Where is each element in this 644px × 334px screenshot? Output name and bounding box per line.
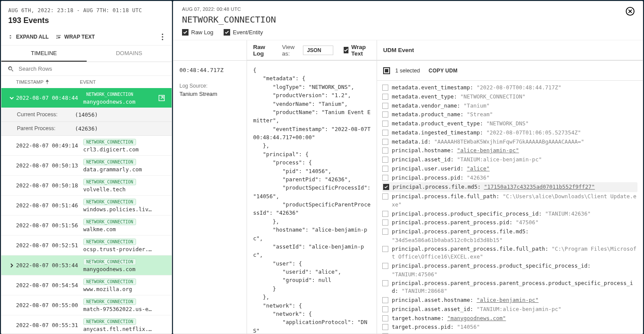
udm-field-checkbox[interactable] [382,166,388,172]
udm-field-checkbox[interactable] [382,139,388,145]
event-row[interactable]: 2022-08-07 00:51:46NETWORK_CONNECTIONwin… [1,196,172,216]
udm-field-checkbox[interactable] [382,219,388,226]
udm-field-row[interactable]: metadata.event_timestamp: "2022-08-07T00… [382,83,637,92]
udm-field-value[interactable]: "manygoodnews.com" [447,315,506,321]
udm-field-value[interactable]: "alice-benjamin-pc" [477,297,539,303]
column-headers: TIMESTAMP EVENT [1,76,172,88]
event-timestamp: 2022-08-07 00:51:46 [16,202,83,209]
udm-field-row[interactable]: principal.process.parent_process.file.fu… [382,245,637,262]
udm-field-value: "TANIUM:42636" [545,210,591,217]
udm-field-row[interactable]: metadata.product_event_type: "NETWORK_DN… [382,119,637,128]
close-button[interactable] [625,7,635,16]
udm-field-row[interactable]: metadata.id: "AAAAAH8TEWbaK5WxjhimFqwF7G… [382,138,637,147]
udm-field-row[interactable]: principal.process.pid: "42636" [382,174,637,183]
udm-field-row[interactable]: principal.process.product_specific_proce… [382,210,637,219]
udm-field-row[interactable]: principal.asset.asset_id: "TANIUM:alice-… [382,305,637,314]
udm-field-checkbox[interactable] [383,184,389,190]
expand-caret[interactable] [7,95,16,101]
udm-field-row[interactable]: principal.process.parent_process.pid: "4… [382,218,637,227]
event-row[interactable]: 2022-08-07 00:50:18NETWORK_CONNECTIONvol… [1,176,172,196]
event-row[interactable]: 2022-08-07 00:50:13NETWORK_CONNECTIONdat… [1,156,172,176]
toggle-event-entity[interactable]: Event/Entity [224,29,263,36]
udm-field-row[interactable]: principal.asset_id: "TANIUM:alice-benjam… [382,155,637,164]
udm-field-checkbox[interactable] [382,246,388,252]
udm-field-row[interactable]: metadata.ingested_timestamp: "2022-08-07… [382,128,637,138]
udm-field-value[interactable]: "alice-benjamin-pc" [457,147,519,154]
event-row[interactable]: 2022-08-07 00:53:44NETWORK_CONNECTIONman… [1,255,172,275]
udm-field-checkbox[interactable] [382,111,388,118]
event-timestamp: 2022-08-07 00:54:54 [16,282,83,288]
udm-field-row[interactable]: principal.process.parent_process.product… [382,262,637,271]
udm-field-checkbox[interactable] [382,229,388,235]
udm-field-value: "TANIUM:14056" [535,333,581,334]
tab-timeline[interactable]: TIMELINE [1,46,87,62]
udm-field-row[interactable]: principal.user.userid: "alice" [382,164,637,174]
udm-field-checkbox[interactable] [382,147,388,154]
udm-field-value[interactable]: "alice" [467,165,490,172]
udm-field-checkbox[interactable] [382,103,388,109]
udm-field-checkbox[interactable] [382,306,388,312]
json-viewer[interactable]: { "metadata": { "logType": "NETWORK_DNS"… [247,61,377,334]
event-row[interactable]: 2022-08-07 00:51:56NETWORK_CONNECTIONwal… [1,216,172,236]
select-all-checkbox[interactable] [383,67,390,74]
event-list[interactable]: 2022-08-07 00:48:44NETWORK_CONNECTIONman… [1,88,172,334]
expand-caret[interactable] [7,263,16,268]
udm-field-key: principal.process.parent_process.file.md… [392,228,529,235]
more-menu-button[interactable] [158,32,167,42]
wrap-text-button[interactable]: WRAP TEXT [55,34,94,40]
event-row[interactable]: 2022-08-07 00:55:31NETWORK_CONNECTIONany… [1,315,172,334]
event-row[interactable]: 2022-08-07 00:48:44NETWORK_CONNECTIONman… [1,88,172,108]
udm-field-checkbox[interactable] [382,85,388,91]
svg-point-2 [162,39,163,40]
event-row[interactable]: 2022-08-07 00:55:00NETWORK_CONNECTIONmat… [1,295,172,315]
expand-all-button[interactable]: EXPAND ALL [7,34,49,40]
udm-field-checkbox[interactable] [382,193,388,200]
udm-field-checkbox[interactable] [382,333,388,334]
udm-field-row[interactable]: target.process.pid: "14056" [382,323,637,332]
udm-field-row[interactable]: metadata.vendor_name: "Tanium" [382,102,637,111]
udm-field-row[interactable]: principal.hostname: "alice-benjamin-pc" [382,146,637,155]
header-timestamp[interactable]: TIMESTAMP [16,79,49,85]
udm-field-row[interactable]: target.process.product_specific_process_… [382,332,637,334]
udm-field-list[interactable]: metadata.event_timestamp: "2022-08-07T00… [377,81,643,334]
udm-field-row[interactable]: principal.process.file.full_path: "C:\Us… [382,192,637,210]
tab-domains[interactable]: DOMAINS [87,46,172,62]
udm-field-row[interactable]: principal.process.parent_process.parent_… [382,279,637,296]
udm-field-row[interactable]: principal.asset.hostname: "alice-benjami… [382,296,637,305]
udm-field-checkbox[interactable] [382,94,388,100]
udm-field-checkbox[interactable] [382,157,388,163]
event-row[interactable]: 2022-08-07 00:49:14NETWORK_CONNECTIONcrl… [1,136,172,156]
copy-udm-button[interactable]: COPY UDM [429,68,458,74]
udm-field-checkbox[interactable] [382,263,388,269]
udm-field-checkbox[interactable] [382,121,388,127]
udm-field-checkbox[interactable] [382,130,388,136]
viewas-dropdown[interactable]: JSON [303,46,333,55]
udm-field-checkbox[interactable] [382,280,388,286]
udm-field-value: "2022-08-07T00:48:44.717Z" [477,84,562,91]
event-row[interactable]: 2022-08-07 00:52:51NETWORK_CONNECTIONocs… [1,236,172,255]
event-domain: manygoodnews.com [83,98,155,105]
event-domain: volvelle.tech [83,186,155,193]
open-detail-icon[interactable] [158,94,166,102]
udm-field-value[interactable]: "17150a137c43235ad07011b552f9ff27" [484,183,595,190]
udm-field-checkbox[interactable] [382,324,388,330]
udm-field-checkbox[interactable] [382,297,388,303]
udm-field-row[interactable]: metadata.product_name: "Stream" [382,110,637,119]
udm-field-key: principal.process.parent_process.file.fu… [392,246,552,252]
udm-field-checkbox[interactable] [382,175,388,181]
udm-field-row[interactable]: principal.process.file.md5: "17150a137c4… [382,182,637,192]
event-row[interactable]: 2022-08-07 00:54:54NETWORK_CONNECTIONwww… [1,275,172,295]
udm-field-value: "AAAAAH8TEWbaK5WxjhimFqwF7GkAAAAABgAAAAC… [434,138,584,145]
udm-field-value: "NETWORK_DNS" [486,120,529,127]
toggle-raw-log[interactable]: Raw Log [182,29,213,36]
event-type-badge: NETWORK_CONNECTION [83,318,136,325]
udm-field-row[interactable]: metadata.event_type: "NETWORK_CONNECTION… [382,92,637,102]
udm-field-checkbox[interactable] [382,315,388,321]
udm-field-checkbox[interactable] [382,211,388,217]
udm-field-row[interactable]: principal.process.parent_process.file.md… [382,227,637,236]
wrap-text-toggle[interactable]: Wrap Text [344,44,371,57]
checkbox-checked-icon [344,47,348,53]
search-input[interactable] [7,65,166,72]
close-icon [625,7,635,16]
udm-field-row[interactable]: target.hostname: "manygoodnews.com" [382,314,637,323]
